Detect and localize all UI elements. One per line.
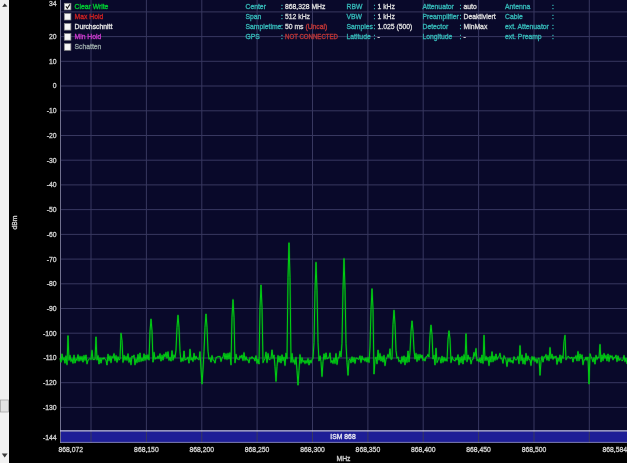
svg-text:-: - — [378, 33, 380, 40]
svg-text:0: 0 — [53, 82, 57, 89]
svg-text:Preamplifier: Preamplifier — [423, 13, 460, 21]
svg-text:868,450: 868,450 — [466, 446, 491, 453]
svg-text:-120: -120 — [43, 379, 57, 386]
svg-text:Cable: Cable — [505, 13, 523, 20]
svg-text:-: - — [464, 33, 466, 40]
svg-text:ext. Attenuator: ext. Attenuator — [505, 23, 550, 30]
svg-text:Attenuator: Attenuator — [423, 3, 455, 10]
svg-text:Detector: Detector — [423, 23, 449, 30]
svg-text:-50: -50 — [47, 206, 57, 213]
svg-text:868,500: 868,500 — [522, 446, 547, 453]
svg-text:868,300: 868,300 — [300, 446, 325, 453]
svg-text::: : — [460, 3, 462, 10]
svg-text:868,584: 868,584 — [602, 446, 627, 453]
svg-text:-70: -70 — [47, 256, 57, 263]
svg-text:Schatten: Schatten — [75, 43, 102, 50]
svg-text:Center: Center — [246, 3, 267, 10]
svg-text:868,350: 868,350 — [356, 446, 381, 453]
svg-text:Deaktiviert: Deaktiviert — [464, 13, 496, 20]
svg-text:Min Hold: Min Hold — [75, 33, 102, 40]
svg-text:Span: Span — [246, 13, 262, 21]
svg-text::: : — [281, 3, 283, 10]
svg-text:1.025 (500): 1.025 (500) — [378, 23, 413, 31]
svg-text:-80: -80 — [47, 280, 57, 287]
svg-text:-10: -10 — [47, 107, 57, 114]
svg-text:-144: -144 — [43, 434, 57, 441]
svg-text:868,250: 868,250 — [245, 446, 270, 453]
svg-text::: : — [460, 13, 462, 20]
svg-text::: : — [552, 3, 554, 10]
svg-text:Durchschnitt: Durchschnitt — [75, 23, 113, 30]
svg-text::: : — [552, 33, 554, 40]
svg-text:ISM 868: ISM 868 — [330, 433, 356, 440]
svg-text:auto: auto — [464, 3, 477, 10]
svg-text:MinMax: MinMax — [464, 23, 488, 30]
svg-text:-60: -60 — [47, 231, 57, 238]
svg-text:1 kHz: 1 kHz — [378, 3, 396, 10]
svg-text:-30: -30 — [47, 157, 57, 164]
svg-text::: : — [281, 13, 283, 20]
svg-text:Clear Write: Clear Write — [75, 3, 109, 10]
svg-text:MHz: MHz — [337, 455, 352, 462]
svg-text:20: 20 — [49, 33, 57, 40]
svg-text:Max Hold: Max Hold — [75, 13, 104, 20]
svg-text:10: 10 — [49, 58, 57, 65]
svg-text:-90: -90 — [47, 305, 57, 312]
svg-text::: : — [374, 23, 376, 30]
svg-text:dBm: dBm — [11, 215, 18, 229]
svg-text:868,200: 868,200 — [190, 446, 215, 453]
svg-text:-40: -40 — [47, 181, 57, 188]
svg-text:NOT CONNECTED: NOT CONNECTED — [285, 33, 338, 40]
svg-text:Longitude: Longitude — [423, 33, 453, 41]
svg-text:Sampletime: Sampletime — [246, 23, 282, 31]
svg-text:868,400: 868,400 — [411, 446, 436, 453]
svg-text:ext. Preamp: ext. Preamp — [505, 33, 542, 41]
svg-text:Antenna: Antenna — [505, 3, 531, 10]
svg-text::: : — [281, 23, 283, 30]
svg-text::: : — [460, 23, 462, 30]
svg-text:-110: -110 — [43, 354, 56, 361]
svg-text::: : — [374, 33, 376, 40]
svg-text:512 kHz: 512 kHz — [285, 13, 311, 20]
svg-text:GPS: GPS — [246, 33, 261, 40]
svg-text:34: 34 — [49, 0, 57, 7]
svg-text:VBW: VBW — [347, 13, 363, 20]
svg-text:Latitude: Latitude — [347, 33, 371, 40]
svg-text:-130: -130 — [43, 404, 57, 411]
svg-text::: : — [552, 23, 554, 30]
svg-text:868,328 MHz: 868,328 MHz — [285, 3, 326, 10]
svg-text:868,072: 868,072 — [59, 446, 84, 453]
svg-text:1 kHz: 1 kHz — [378, 13, 396, 20]
svg-text:Samples: Samples — [347, 23, 374, 31]
svg-text::: : — [460, 33, 462, 40]
svg-text::: : — [281, 33, 283, 40]
svg-text::: : — [374, 3, 376, 10]
svg-text:RBW: RBW — [347, 3, 363, 10]
svg-text:-20: -20 — [47, 132, 57, 139]
svg-text:50 ms (Uncal): 50 ms (Uncal) — [285, 23, 327, 31]
svg-text::: : — [552, 13, 554, 20]
svg-text::: : — [374, 13, 376, 20]
svg-text:-100: -100 — [43, 330, 57, 337]
svg-text:868,150: 868,150 — [134, 446, 159, 453]
